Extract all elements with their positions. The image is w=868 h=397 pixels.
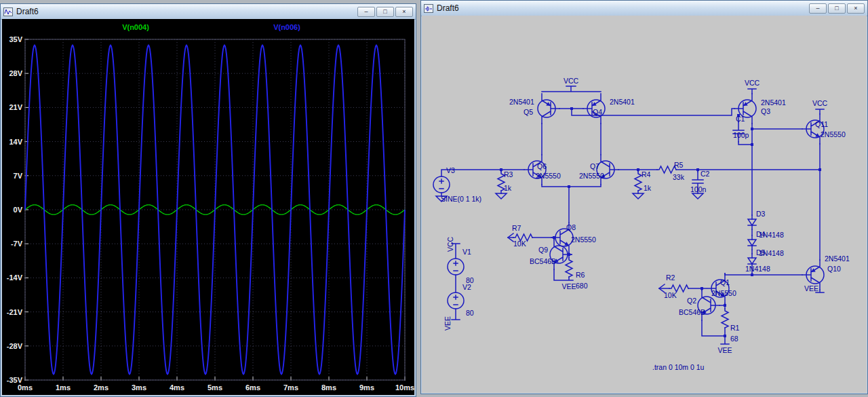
schematic-label: VCC — [812, 99, 828, 107]
y-axis-label: 35V — [9, 35, 22, 43]
diode-d4[interactable] — [748, 235, 756, 250]
voltage-source-v3[interactable] — [433, 176, 450, 193]
junction-dots — [500, 107, 821, 337]
schematic-label: R3 — [504, 170, 513, 178]
legend-vn004[interactable]: V(n004) — [122, 23, 149, 31]
x-axis-label: 3ms — [132, 383, 146, 392]
schematic-labels: 2N5401Q52N5401Q4VCCVCC2N5401Q3VCCQ112N55… — [441, 77, 850, 371]
minimize-button[interactable]: – — [357, 7, 375, 17]
waveform-window-titlebar[interactable]: Draft6 – □ × — [1, 4, 416, 20]
minimize-icon: – — [364, 8, 368, 15]
schematic-label: VEE — [717, 346, 732, 354]
schematic-label: V1 — [462, 248, 471, 256]
schematic-label: SINE(0 1 1k) — [441, 195, 481, 203]
ground-symbol[interactable] — [633, 193, 644, 199]
schematic-label: VCC — [446, 236, 454, 252]
restore-icon: □ — [835, 5, 838, 12]
schematic-pane[interactable]: 2N5401Q52N5401Q4VCCVCC2N5401Q3VCCQ112N55… — [422, 16, 867, 393]
restore-button[interactable]: □ — [828, 3, 846, 14]
close-icon: × — [854, 5, 857, 12]
junction-dot — [570, 107, 573, 110]
junction-dot — [751, 273, 753, 276]
schematic-label: 68 — [730, 335, 738, 343]
x-axis-label: 7ms — [283, 383, 298, 392]
x-axis-label: 6ms — [245, 383, 260, 392]
y-axis-label: 21V — [9, 103, 22, 111]
schematic-window: Draft6 – □ × — [420, 0, 868, 394]
schematic-label: 80 — [466, 309, 474, 317]
junction-dot — [751, 128, 753, 130]
schematic-label: Q11 — [815, 120, 828, 128]
schematic-label: Q1 — [720, 278, 730, 286]
schematic-label: VEE — [804, 284, 818, 292]
schematic-canvas[interactable]: 2N5401Q52N5401Q4VCCVCC2N5401Q3VCCQ112N55… — [422, 16, 867, 393]
transistor-q11[interactable] — [802, 114, 824, 144]
x-axis-label: 2ms — [94, 383, 108, 392]
schematic-label: Q5 — [524, 108, 533, 116]
schematic-label: 2N5401 — [509, 98, 534, 106]
schematic-label: R2 — [666, 273, 675, 282]
schematic-label: C1 — [736, 115, 745, 123]
voltage-source-v1[interactable] — [448, 259, 464, 275]
y-axis-label: 7V — [14, 172, 23, 180]
schematic-label: R5 — [674, 161, 684, 169]
legend-vn006[interactable]: V(n006) — [273, 23, 300, 31]
x-axis-label: 10ms — [395, 383, 414, 392]
schematic-label: 2N5401 — [761, 98, 786, 107]
junction-dot — [637, 168, 639, 171]
y-axis-label: 14V — [9, 138, 22, 146]
schematic-label: 1k — [504, 184, 512, 192]
y-axis-label: 0V — [14, 206, 23, 214]
schematic-label: BC546B — [679, 308, 705, 316]
schematic-label: Q7 — [590, 162, 599, 170]
x-axis-label: 9ms — [359, 383, 374, 392]
waveform-pane[interactable]: 35V28V21V14V7V0V-7V-14V-21V-28V-35V0ms1m… — [2, 19, 414, 395]
waveform-plot[interactable]: 35V28V21V14V7V0V-7V-14V-21V-28V-35V0ms1m… — [2, 19, 414, 395]
close-button[interactable]: × — [847, 3, 865, 14]
schematic-label: V2 — [462, 283, 471, 291]
ground-symbol[interactable] — [692, 193, 703, 199]
schematic-label: R6 — [576, 271, 585, 279]
schematic-wires[interactable] — [441, 86, 824, 344]
schematic-label: .tran 0 10m 0 1u — [652, 363, 705, 371]
ground-symbol[interactable] — [496, 193, 507, 199]
transistor-q7[interactable] — [597, 155, 618, 185]
y-axis-label: -21V — [7, 308, 23, 316]
schematic-label: VEE — [443, 316, 452, 330]
restore-button[interactable]: □ — [376, 7, 394, 17]
schematic-label: Q9 — [538, 246, 548, 254]
resistor-r6[interactable] — [566, 258, 572, 277]
junction-dot — [568, 185, 570, 188]
voltage-source-v2[interactable] — [448, 292, 464, 309]
waveform-window-icon — [3, 7, 13, 16]
window-title: Draft6 — [16, 7, 39, 16]
junction-dot — [724, 304, 726, 307]
schematic-label: 2N5550 — [711, 289, 736, 297]
schematic-label: 100n — [690, 185, 707, 193]
schematic-window-icon — [424, 4, 433, 13]
schematic-label: Q4 — [593, 108, 602, 116]
schematic-label: Q3 — [761, 107, 770, 115]
restore-icon: □ — [383, 8, 387, 15]
diode-d3[interactable] — [748, 215, 756, 229]
resistor-r1[interactable] — [722, 309, 728, 328]
schematic-label: R7 — [512, 224, 521, 232]
minimize-button[interactable]: – — [809, 3, 827, 14]
schematic-window-titlebar[interactable]: Draft6 – □ × — [421, 1, 867, 16]
schematic-label: V3 — [446, 166, 455, 174]
close-button[interactable]: × — [395, 7, 413, 17]
schematic-label: R1 — [730, 324, 740, 332]
junction-dot — [500, 168, 502, 171]
y-axis-label: -14V — [7, 273, 23, 282]
resistor-r5[interactable] — [657, 166, 676, 173]
schematic-label: C2 — [701, 170, 710, 178]
schematic-label: 2N5550 — [536, 172, 561, 180]
transistor-q5[interactable] — [538, 94, 559, 124]
resistor-r4[interactable] — [635, 172, 642, 191]
schematic-label: VCC — [745, 79, 760, 87]
schematic-label: 2N5550 — [579, 172, 604, 180]
schematic-label: D3 — [756, 210, 766, 218]
junction-dot — [751, 143, 753, 146]
schematic-label: 1k — [644, 184, 652, 192]
x-axis-label: 5ms — [208, 383, 222, 392]
